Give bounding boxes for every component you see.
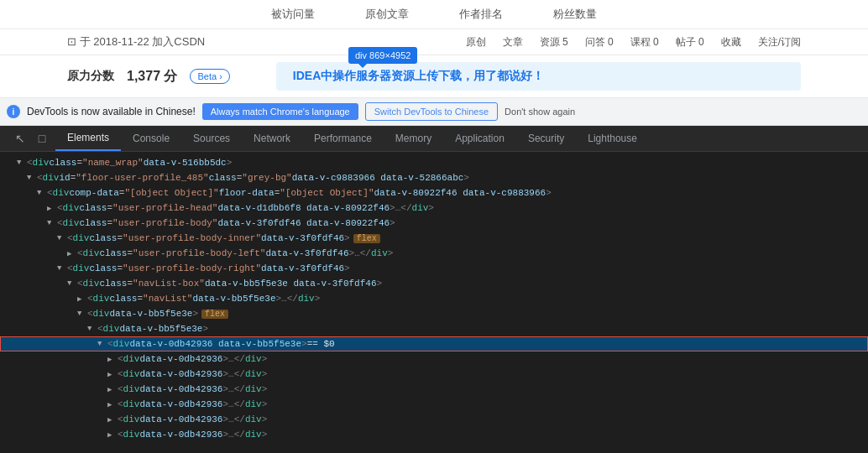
flex-badge: flex — [201, 310, 228, 319]
dom-line[interactable]: ▶ <div data-v-0db42936>…</div> — [0, 412, 868, 427]
tab-articles[interactable]: 文章 — [503, 35, 523, 49]
tab-courses[interactable]: 课程 0 — [630, 35, 659, 49]
dom-line[interactable]: ▶ <div data-v-0db42936>…</div> — [0, 382, 868, 397]
collapse-arrow[interactable]: ▶ — [77, 294, 87, 304]
devtools-tools: ↖ □ — [7, 127, 55, 150]
collapse-arrow[interactable]: ▼ — [77, 310, 87, 318]
tab-console[interactable]: Console — [121, 127, 181, 150]
devtools-notification-bar: i DevTools is now available in Chinese! … — [0, 98, 868, 126]
dom-line[interactable]: ▼ <div data-v-bb5f5e3e> — [0, 321, 868, 336]
dom-line[interactable]: ▶ <div class="navList" data-v-bb5f5e3e>…… — [0, 291, 868, 306]
collapse-arrow[interactable]: ▶ — [107, 400, 118, 409]
nav-ranking[interactable]: 作者排名 — [459, 7, 503, 22]
collapse-arrow[interactable]: ▶ — [47, 204, 57, 213]
flex-badge: flex — [353, 234, 380, 243]
collapse-arrow[interactable]: ▼ — [97, 340, 107, 348]
tab-resources[interactable]: 资源 5 — [540, 35, 568, 49]
tab-application[interactable]: Application — [443, 127, 516, 150]
dom-line[interactable]: ▶ <div data-v-0db42936>…</div> — [0, 351, 868, 367]
switch-chinese-button[interactable]: Switch DevTools to Chinese — [365, 102, 498, 121]
dom-line[interactable]: ▼ <div class="user-profile-body-right" d… — [0, 261, 868, 276]
profile-row: ⊡ 于 2018-11-22 加入CSDN 原创 文章 资源 5 问答 0 课程… — [0, 29, 868, 55]
collapse-arrow[interactable]: ▶ — [107, 430, 118, 440]
profile-tabs: 原创 文章 资源 5 问答 0 课程 0 帖子 0 收藏 关注/订阅 — [466, 35, 801, 49]
match-language-button[interactable]: Always match Chrome's language — [202, 103, 358, 120]
device-icon[interactable]: □ — [32, 127, 52, 150]
score-row: 原力分数 1,377 分 Beta › IDEA中操作服务器资源上传下载，用了都… — [0, 55, 868, 98]
info-icon: i — [7, 105, 20, 118]
dom-line[interactable]: ▼ <div comp-data="[object Object]" floor… — [0, 185, 868, 200]
dom-line[interactable]: ▶ <div data-v-0db42936>…</div> — [0, 397, 868, 412]
beta-button[interactable]: Beta › — [190, 69, 229, 84]
tab-lighthouse[interactable]: Lighthouse — [576, 127, 649, 150]
collapse-arrow[interactable]: ▼ — [57, 264, 67, 273]
profile-join-text: ⊡ 于 2018-11-22 加入CSDN — [67, 34, 205, 49]
collapse-arrow[interactable]: ▶ — [107, 415, 118, 424]
tab-performance[interactable]: Performance — [302, 127, 384, 150]
dom-line[interactable]: ▼ <div data-v-bb5f5e3e> flex — [0, 306, 868, 321]
top-navigation: 被访问量 原创文章 作者排名 粉丝数量 — [0, 0, 868, 29]
dom-line[interactable]: ▶ <div class="user-profile-body-left" da… — [0, 246, 868, 261]
tab-memory[interactable]: Memory — [384, 127, 443, 150]
dom-line[interactable]: ▼ <div id="floor-user-profile_485" class… — [0, 170, 868, 185]
nav-visits[interactable]: 被访问量 — [271, 7, 315, 22]
nav-articles[interactable]: 原创文章 — [365, 7, 409, 22]
dom-line[interactable]: ▶ <div data-v-0db42936>…</div> — [0, 427, 868, 442]
element-tooltip: div 869×4952 — [348, 47, 417, 64]
dom-line[interactable]: ▼ <div class="name_wrap" data-v-516bb5dc… — [0, 155, 868, 170]
tab-qa[interactable]: 问答 0 — [585, 35, 614, 49]
tab-follow[interactable]: 关注/订阅 — [758, 35, 801, 49]
tab-sources[interactable]: Sources — [181, 127, 242, 150]
dom-line[interactable]: ▶ <div class="user-profile-head" data-v-… — [0, 200, 868, 216]
dont-show-again-button[interactable]: Don't show again — [505, 107, 575, 117]
inspector-icon[interactable]: ↖ — [10, 127, 30, 150]
dom-line-selected[interactable]: ▼ <div data-v-0db42936 data-v-bb5f5e3e> … — [0, 336, 868, 351]
dom-line[interactable]: ▼ <div class="user-profile-body" data-v-… — [0, 216, 868, 231]
dom-line[interactable]: ▼ <div class="navList-box" data-v-bb5f5e… — [0, 276, 868, 291]
devtools-message: DevTools is now available in Chinese! — [27, 106, 196, 117]
collapse-arrow[interactable]: ▶ — [67, 249, 77, 258]
dom-panel: ▼ <div class="name_wrap" data-v-516bb5dc… — [0, 152, 868, 453]
tab-network[interactable]: Network — [242, 127, 302, 150]
article-banner[interactable]: IDEA中操作服务器资源上传下载，用了都说好！ — [276, 62, 801, 91]
collapse-arrow[interactable]: ▼ — [17, 159, 27, 167]
collapse-arrow[interactable]: ▼ — [67, 279, 77, 288]
tab-favorites[interactable]: 收藏 — [721, 35, 741, 49]
dom-line[interactable]: ▶ <div data-v-0db42936>…</div> — [0, 367, 868, 382]
score-label: 原力分数 — [67, 69, 114, 84]
dom-line[interactable]: ▼ <div class="user-profile-body-inner" d… — [0, 231, 868, 246]
tab-security[interactable]: Security — [516, 127, 576, 150]
nav-fans[interactable]: 粉丝数量 — [553, 7, 597, 22]
tab-original[interactable]: 原创 — [466, 35, 486, 49]
tab-posts[interactable]: 帖子 0 — [676, 35, 704, 49]
collapse-arrow[interactable]: ▼ — [37, 189, 47, 197]
collapse-arrow[interactable]: ▼ — [57, 234, 67, 242]
collapse-arrow[interactable]: ▼ — [27, 174, 37, 182]
devtools-tabs-bar: ↖ □ Elements Console Sources Network Per… — [0, 126, 868, 152]
score-value: 1,377 分 — [127, 68, 177, 86]
collapse-arrow[interactable]: ▼ — [87, 325, 97, 333]
collapse-arrow[interactable]: ▼ — [47, 219, 57, 227]
collapse-arrow[interactable]: ▶ — [107, 370, 118, 379]
collapse-arrow[interactable]: ▶ — [107, 355, 118, 364]
collapse-arrow[interactable]: ▶ — [107, 385, 118, 394]
tab-elements[interactable]: Elements — [55, 126, 121, 151]
